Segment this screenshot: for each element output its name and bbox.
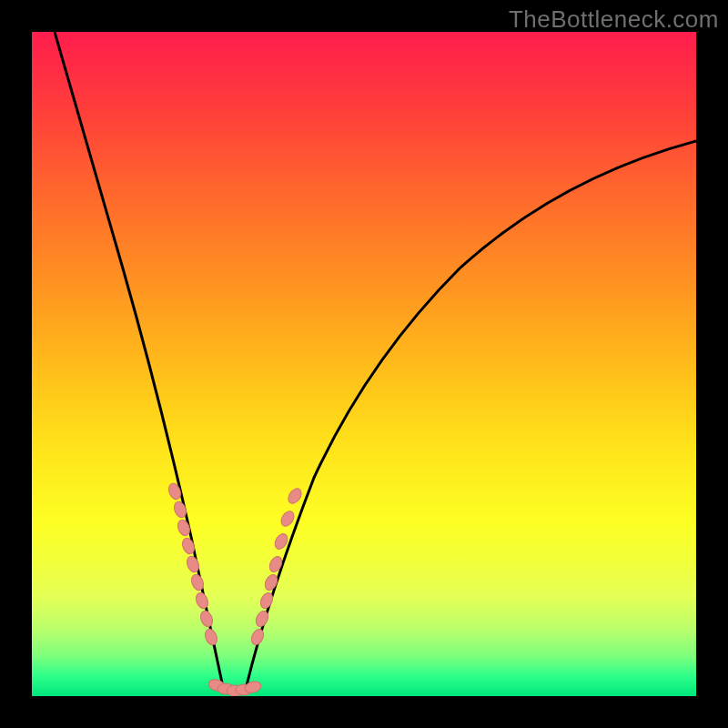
svg-point-14 xyxy=(249,627,266,646)
chart-svg xyxy=(32,32,696,696)
chart-plot-area xyxy=(32,32,696,696)
svg-point-18 xyxy=(268,554,285,573)
svg-point-7 xyxy=(198,609,215,628)
svg-point-20 xyxy=(278,509,297,529)
svg-point-8 xyxy=(203,627,219,646)
svg-point-21 xyxy=(286,486,304,506)
svg-point-6 xyxy=(194,591,210,610)
watermark-text: TheBottleneck.com xyxy=(509,5,719,34)
chart-frame: TheBottleneck.com xyxy=(0,0,728,728)
right-curve xyxy=(246,141,696,689)
svg-point-17 xyxy=(263,572,280,592)
